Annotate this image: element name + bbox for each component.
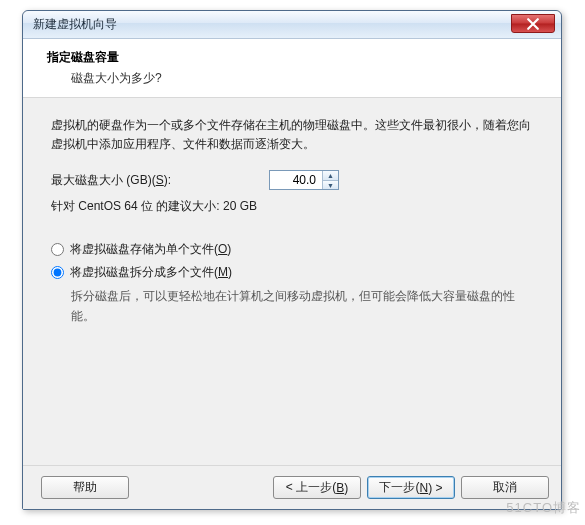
wizard-window: 新建虚拟机向导 指定磁盘容量 磁盘大小为多少? 虚拟机的硬盘作为一个或多个文件存… bbox=[22, 10, 562, 510]
radio-single-file-input[interactable] bbox=[51, 243, 64, 256]
max-disk-size-spinner[interactable]: ▲ ▼ bbox=[269, 170, 339, 190]
wizard-header: 指定磁盘容量 磁盘大小为多少? bbox=[23, 39, 561, 98]
back-button[interactable]: < 上一步(B) bbox=[273, 476, 361, 499]
cancel-button[interactable]: 取消 bbox=[461, 476, 549, 499]
next-button[interactable]: 下一步(N) > bbox=[367, 476, 455, 499]
radio-single-file-label: 将虚拟磁盘存储为单个文件(O) bbox=[70, 241, 231, 258]
max-disk-size-row: 最大磁盘大小 (GB)(S): ▲ ▼ bbox=[51, 170, 533, 190]
radio-split-files-input[interactable] bbox=[51, 266, 64, 279]
radio-split-description: 拆分磁盘后，可以更轻松地在计算机之间移动虚拟机，但可能会降低大容量磁盘的性能。 bbox=[71, 287, 533, 325]
help-button[interactable]: 帮助 bbox=[41, 476, 129, 499]
radio-single-file[interactable]: 将虚拟磁盘存储为单个文件(O) bbox=[51, 241, 533, 258]
radio-split-files[interactable]: 将虚拟磁盘拆分成多个文件(M) bbox=[51, 264, 533, 281]
radio-split-files-label: 将虚拟磁盘拆分成多个文件(M) bbox=[70, 264, 232, 281]
page-subtitle: 磁盘大小为多少? bbox=[71, 70, 545, 87]
titlebar: 新建虚拟机向导 bbox=[23, 11, 561, 39]
spinner-arrows: ▲ ▼ bbox=[322, 171, 338, 189]
spinner-up-icon[interactable]: ▲ bbox=[323, 171, 338, 180]
close-button[interactable] bbox=[511, 14, 555, 33]
recommended-size-text: 针对 CentOS 64 位 的建议大小: 20 GB bbox=[51, 198, 533, 215]
max-disk-size-label: 最大磁盘大小 (GB)(S): bbox=[51, 172, 261, 189]
window-title: 新建虚拟机向导 bbox=[33, 16, 117, 33]
wizard-content: 虚拟机的硬盘作为一个或多个文件存储在主机的物理磁盘中。这些文件最初很小，随着您向… bbox=[23, 98, 561, 465]
max-disk-size-input[interactable] bbox=[270, 171, 322, 189]
close-icon bbox=[527, 18, 539, 30]
wizard-footer: 帮助 < 上一步(B) 下一步(N) > 取消 bbox=[23, 465, 561, 509]
description-text: 虚拟机的硬盘作为一个或多个文件存储在主机的物理磁盘中。这些文件最初很小，随着您向… bbox=[51, 116, 533, 154]
spinner-down-icon[interactable]: ▼ bbox=[323, 180, 338, 190]
page-title: 指定磁盘容量 bbox=[47, 49, 545, 66]
